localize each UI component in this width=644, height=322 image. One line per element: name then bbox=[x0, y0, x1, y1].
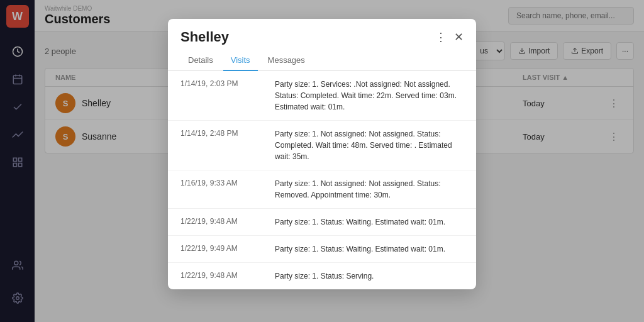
visit-date: 1/14/19, 2:03 PM bbox=[180, 79, 262, 113]
visit-row: 1/22/19, 9:49 AM Party size: 1. Status: … bbox=[168, 236, 476, 263]
modal-overlay: Shelley ⋮ ✕ Details Visits Messages 1/14… bbox=[0, 0, 644, 322]
visit-row: 1/22/19, 9:48 AM Party size: 1. Status: … bbox=[168, 209, 476, 236]
tab-details[interactable]: Details bbox=[180, 50, 221, 71]
visit-detail: Party size: 1. Not assigned: Not assigne… bbox=[275, 128, 464, 162]
modal-header: Shelley ⋮ ✕ bbox=[168, 19, 476, 45]
modal-body: 1/14/19, 2:03 PM Party size: 1. Services… bbox=[168, 71, 476, 289]
visit-row: 1/14/19, 2:03 PM Party size: 1. Services… bbox=[168, 71, 476, 121]
modal-menu-icon[interactable]: ⋮ bbox=[435, 30, 447, 44]
visit-date: 1/16/19, 9:33 AM bbox=[180, 178, 262, 201]
modal-title: Shelley bbox=[180, 29, 435, 45]
visit-date: 1/22/19, 9:49 AM bbox=[180, 243, 262, 255]
visit-row: 1/14/19, 2:48 PM Party size: 1. Not assi… bbox=[168, 121, 476, 170]
visit-detail: Party size: 1. Services: .Not assigned: … bbox=[275, 79, 464, 113]
modal-tabs: Details Visits Messages bbox=[168, 45, 476, 71]
visit-detail: Party size: 1. Status: Waiting. Estimate… bbox=[275, 243, 464, 255]
visit-row: 1/16/19, 9:33 AM Party size: 1. Not assi… bbox=[168, 170, 476, 209]
visit-detail: Party size: 1. Status: Serving. bbox=[275, 270, 464, 282]
modal-close-button[interactable]: ✕ bbox=[454, 31, 464, 43]
visit-detail: Party size: 1. Not assigned: Not assigne… bbox=[275, 178, 464, 201]
customer-modal: Shelley ⋮ ✕ Details Visits Messages 1/14… bbox=[168, 19, 476, 289]
modal-header-actions: ⋮ ✕ bbox=[435, 30, 464, 44]
visit-date: 1/22/19, 9:48 AM bbox=[180, 216, 262, 228]
visit-date: 1/22/19, 9:48 AM bbox=[180, 270, 262, 282]
tab-messages[interactable]: Messages bbox=[260, 50, 313, 71]
visit-detail: Party size: 1. Status: Waiting. Estimate… bbox=[275, 216, 464, 228]
tab-visits[interactable]: Visits bbox=[223, 50, 258, 71]
visit-row: 1/22/19, 9:48 AM Party size: 1. Status: … bbox=[168, 263, 476, 289]
visit-date: 1/14/19, 2:48 PM bbox=[180, 128, 262, 162]
